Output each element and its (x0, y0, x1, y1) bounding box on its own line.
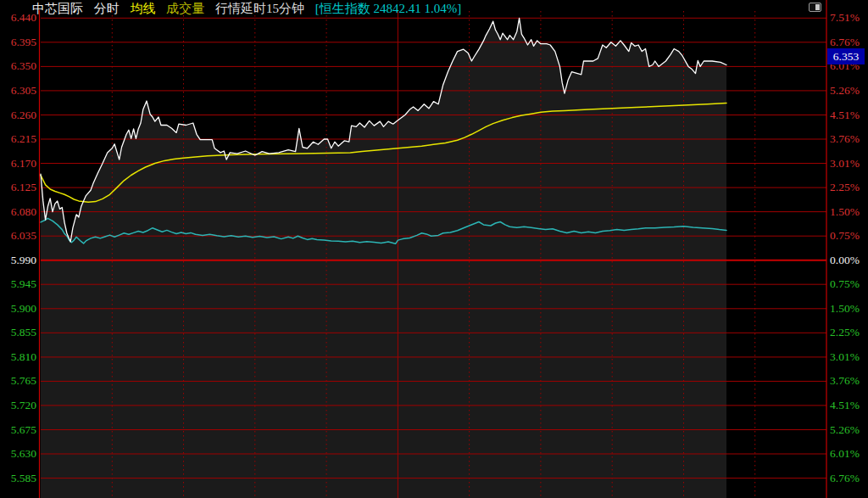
chart-header: 中芯国际 分时 均线 成交量 行情延时15分钟 [恒生指数 24842.41 1… (32, 1, 469, 16)
left-axis-label: 5.990 (0, 254, 36, 267)
left-axis-label: 6.035 (0, 229, 36, 243)
intraday-chart-plot[interactable] (0, 0, 868, 498)
right-axis-label: 2.25% (830, 326, 868, 339)
left-axis-label: 5.720 (0, 399, 36, 412)
left-axis-label: 6.260 (0, 109, 36, 122)
left-axis-label: 6.350 (0, 59, 36, 73)
legend-volume: 成交量 (166, 2, 204, 15)
delay-note: 行情延时15分钟 (215, 2, 304, 15)
right-axis-label: 7.51% (830, 11, 868, 25)
right-axis-label: 2.25% (830, 181, 868, 194)
left-axis-label: 6.395 (0, 36, 36, 49)
right-axis-label: 3.76% (830, 374, 868, 388)
right-axis-label: 5.26% (830, 84, 868, 98)
left-axis-label: 5.855 (0, 326, 36, 339)
right-axis-label: 6.76% (830, 472, 868, 485)
left-axis-label: 5.810 (0, 350, 36, 364)
left-axis-label: 5.630 (0, 447, 36, 461)
hsi-quote-link[interactable]: [恒生指数 24842.41 1.04%] (315, 2, 462, 15)
last-price-badge: 6.353 (827, 48, 865, 64)
left-axis-label: 5.765 (0, 374, 36, 388)
stock-name: 中芯国际 (32, 2, 83, 15)
left-axis-label: 5.900 (0, 302, 36, 316)
right-axis-label: 6.01% (830, 447, 868, 461)
left-axis-label: 5.585 (0, 472, 36, 485)
right-axis-label: 3.76% (830, 132, 868, 146)
intraday-chart-screen: 中芯国际 分时 均线 成交量 行情延时15分钟 [恒生指数 24842.41 1… (0, 0, 868, 498)
left-axis-label: 6.440 (0, 11, 36, 25)
tab-intraday: 分时 (94, 2, 120, 15)
left-axis-label: 6.305 (0, 84, 36, 98)
right-axis-label: 0.00% (830, 254, 868, 267)
left-axis-label: 6.125 (0, 181, 36, 194)
left-axis-label: 5.945 (0, 277, 36, 291)
right-axis-label: 0.75% (830, 229, 868, 243)
right-axis-label: 0.75% (830, 277, 868, 291)
left-axis-label: 6.215 (0, 132, 36, 146)
left-axis-label: 5.675 (0, 423, 36, 437)
legend-ma: 均线 (131, 2, 156, 15)
right-axis-label: 4.51% (830, 109, 868, 122)
right-axis-label: 1.50% (830, 302, 868, 316)
panel-toggle-icon[interactable] (809, 3, 821, 12)
right-axis-label: 1.50% (830, 205, 868, 219)
left-axis-label: 6.080 (0, 205, 36, 219)
right-axis-label: 4.51% (830, 399, 868, 412)
right-axis-label: 3.01% (830, 350, 868, 364)
left-axis-label: 6.170 (0, 157, 36, 171)
right-axis-label: 3.01% (830, 157, 868, 171)
right-axis-label: 5.26% (830, 423, 868, 437)
right-axis-label: 6.76% (830, 36, 868, 49)
